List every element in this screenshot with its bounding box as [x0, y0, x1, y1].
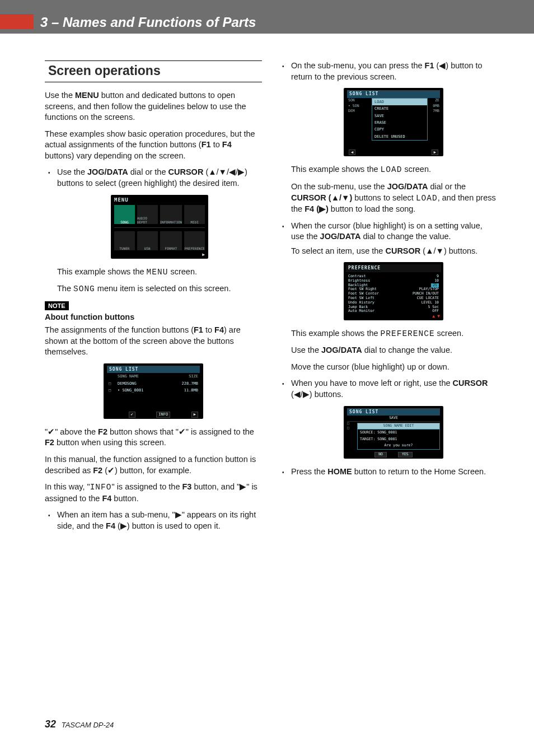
page-footer: 32 TASCAM DP-24 — [45, 718, 114, 730]
bullet-submenu-open: When an item has a sub-menu, "▶" appears… — [45, 510, 262, 531]
bullet-cursor-lr: When you have to move left or right, use… — [279, 378, 496, 459]
bullet-submenu-back: On the sub-menu, you can press the F1 (◀… — [279, 60, 496, 215]
intro-para-2: These examples show basic operation proc… — [45, 129, 262, 162]
note-paragraph: The assignments of the function buttons … — [45, 325, 262, 358]
bullet-jog-cursor: Use the JOG/DATA dial or the CURSOR (▲/▼… — [45, 167, 262, 295]
preference-screen-figure: PREFERENCE Contrast9Brightness10Backligh… — [344, 262, 443, 320]
songlist-p3: In this way, "INFO" is assigned to the F… — [45, 482, 262, 504]
note-subtitle: About function buttons — [45, 312, 262, 321]
intro-para-1: Use the MENU button and dedicated button… — [45, 90, 262, 123]
section-heading: Screen operations — [45, 60, 262, 82]
note-badge: NOTE — [45, 301, 69, 310]
songlist-p2: In this manual, the function assigned to… — [45, 454, 262, 476]
body-content: Screen operations Use the MENU button an… — [0, 34, 534, 594]
submenu-screen-figure: SONG LIST SON• SONDEM LOADCREATESAVEERAS… — [344, 88, 443, 156]
songlist-screen-figure: SONG LIST SONG NAMESIZE □DEMOSONG228.7MB… — [104, 363, 203, 419]
bullet-jog-value: When the cursor (blue highlight) is on a… — [279, 221, 496, 373]
footer-model: TASCAM DP-24 — [62, 721, 114, 729]
note-block: NOTE About function buttons The assignme… — [45, 301, 262, 358]
songlist-p1: "✔" above the F2 button shows that "✔" i… — [45, 427, 262, 449]
chapter-title: 3 – Names and Functions of Parts — [40, 15, 256, 34]
chapter-header: 3 – Names and Functions of Parts — [0, 0, 534, 34]
menu-screen-figure: MENU SONGAUDIO DEPOTINFORMATIONMIDITUNER… — [111, 195, 208, 259]
bullet-home: Press the HOME button to return to the H… — [279, 466, 496, 478]
accent-bar — [0, 14, 34, 29]
save-screen-figure: SONG LIST SAVE □□ SONG NAME EDIT SOURCE:… — [344, 406, 443, 459]
page-number: 32 — [45, 718, 56, 730]
